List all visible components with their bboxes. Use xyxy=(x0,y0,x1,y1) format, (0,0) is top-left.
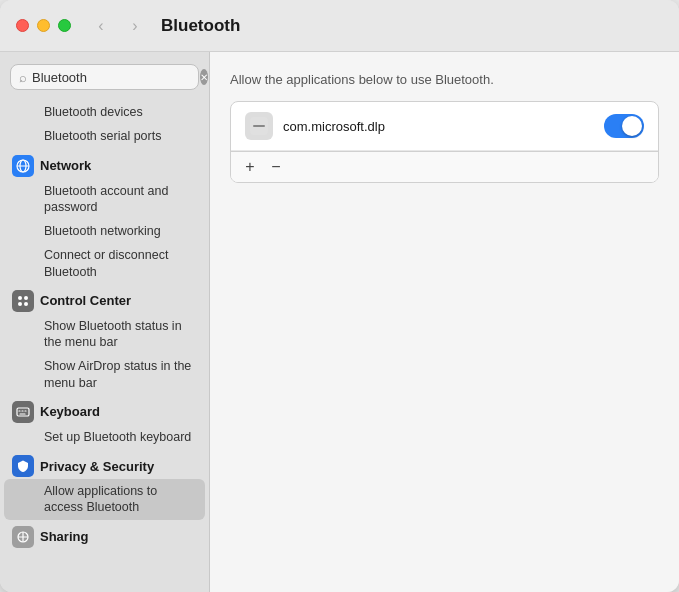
sidebar-item-allow-applications[interactable]: Allow applications to access Bluetooth xyxy=(4,479,205,520)
search-icon: ⌕ xyxy=(19,70,27,85)
sidebar-item-connect-disconnect[interactable]: Connect or disconnect Bluetooth xyxy=(4,243,205,284)
control-center-icon xyxy=(12,290,34,312)
sidebar-item-show-airdrop-status[interactable]: Show AirDrop status in the menu bar xyxy=(4,354,205,395)
sharing-label: Sharing xyxy=(40,529,88,544)
svg-rect-16 xyxy=(253,125,265,127)
privacy-icon xyxy=(12,455,34,477)
forward-button[interactable]: › xyxy=(121,12,149,40)
sidebar-item-bluetooth-devices[interactable]: Bluetooth devices xyxy=(4,100,205,124)
app-list: com.microsoft.dlp + − xyxy=(230,101,659,183)
sidebar-section-network[interactable]: Network xyxy=(0,149,209,179)
back-button[interactable]: ‹ xyxy=(87,12,115,40)
close-button[interactable] xyxy=(16,19,29,32)
sidebar: ⌕ ✕ Bluetooth devices Bluetooth serial p… xyxy=(0,52,210,592)
sidebar-section-keyboard[interactable]: Keyboard xyxy=(0,395,209,425)
sharing-icon xyxy=(12,526,34,548)
svg-point-6 xyxy=(24,302,28,306)
main-panel: Allow the applications below to use Blue… xyxy=(210,52,679,592)
svg-point-3 xyxy=(18,296,22,300)
search-bar[interactable]: ⌕ ✕ xyxy=(10,64,199,90)
titlebar: ‹ › Bluetooth xyxy=(0,0,679,52)
keyboard-label: Keyboard xyxy=(40,404,100,419)
search-input[interactable] xyxy=(32,70,200,85)
add-app-button[interactable]: + xyxy=(239,156,261,178)
sidebar-section-privacy[interactable]: Privacy & Security xyxy=(0,449,209,479)
maximize-button[interactable] xyxy=(58,19,71,32)
window-title: Bluetooth xyxy=(161,16,240,36)
minimize-button[interactable] xyxy=(37,19,50,32)
sidebar-item-show-bluetooth-status[interactable]: Show Bluetooth status in the menu bar xyxy=(4,314,205,355)
app-name: com.microsoft.dlp xyxy=(283,119,604,134)
sidebar-section-control-center[interactable]: Control Center xyxy=(0,284,209,314)
sidebar-section-sharing[interactable]: Sharing xyxy=(0,520,209,550)
nav-buttons: ‹ › xyxy=(87,12,149,40)
remove-app-button[interactable]: − xyxy=(265,156,287,178)
app-toggle[interactable] xyxy=(604,114,644,138)
sidebar-item-bluetooth-account[interactable]: Bluetooth account and password xyxy=(4,179,205,220)
table-row: com.microsoft.dlp xyxy=(231,102,658,151)
control-center-label: Control Center xyxy=(40,293,131,308)
traffic-lights xyxy=(16,19,71,32)
privacy-label: Privacy & Security xyxy=(40,459,154,474)
sidebar-item-bluetooth-networking[interactable]: Bluetooth networking xyxy=(4,219,205,243)
sidebar-item-set-up-keyboard[interactable]: Set up Bluetooth keyboard xyxy=(4,425,205,449)
svg-rect-7 xyxy=(17,408,29,416)
network-icon xyxy=(12,155,34,177)
content-area: ⌕ ✕ Bluetooth devices Bluetooth serial p… xyxy=(0,52,679,592)
window: ‹ › Bluetooth ⌕ ✕ Bluetooth devices Blue… xyxy=(0,0,679,592)
network-label: Network xyxy=(40,158,91,173)
keyboard-icon xyxy=(12,401,34,423)
app-icon xyxy=(245,112,273,140)
clear-search-button[interactable]: ✕ xyxy=(200,69,208,85)
svg-point-4 xyxy=(24,296,28,300)
panel-description: Allow the applications below to use Blue… xyxy=(230,72,659,87)
list-controls: + − xyxy=(231,151,658,182)
sidebar-item-bluetooth-serial-ports[interactable]: Bluetooth serial ports xyxy=(4,124,205,148)
svg-point-5 xyxy=(18,302,22,306)
